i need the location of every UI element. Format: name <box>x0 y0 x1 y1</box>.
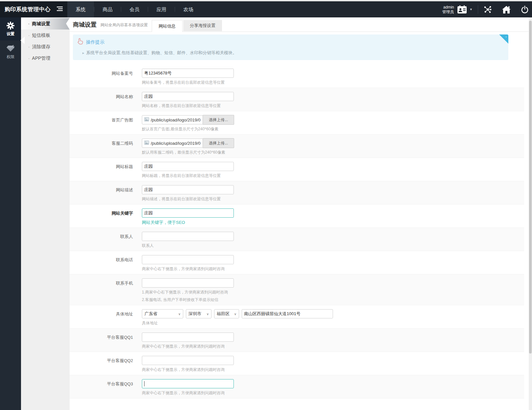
scrollbar-thumb[interactable] <box>529 21 532 354</box>
home-icon[interactable] <box>502 5 511 14</box>
icp-number-input[interactable] <box>142 69 234 78</box>
tip-collapse-minus[interactable]: - <box>505 34 507 39</box>
province-select[interactable]: 广东省∨ <box>142 309 183 318</box>
site-keywords-label: 网站关键字 <box>70 208 133 225</box>
submenu-bullet-icon: · <box>28 56 30 61</box>
app-title: 购印系统管理中心 <box>0 6 51 13</box>
form-row-qq1: 平台客服QQ1商家中心右下侧显示，方便商家遇到问题时咨询 <box>70 329 524 352</box>
submenu-item-label: 短信模板 <box>32 32 50 38</box>
submenu-item-4[interactable]: ·APP管理 <box>21 53 70 64</box>
content-header: 商城设置 网站全局内容基本选项设置 网站信息 分享海报设置 <box>70 17 532 32</box>
hand-pointer-icon <box>77 38 83 46</box>
qq2-help-text: 商家中心右下侧显示，方便商家遇到问题时咨询 <box>142 367 234 373</box>
sidebar-item-settings[interactable]: 设置 <box>0 17 21 40</box>
submenu-item-label: APP管理 <box>32 55 50 61</box>
qq3-input[interactable] <box>142 379 234 388</box>
home-banner-file-path-text: /public/upload/logo/2019/0 <box>151 118 201 122</box>
sidebar-toggle-button[interactable] <box>57 7 63 12</box>
submenu-item-label: 清除缓存 <box>32 44 50 49</box>
site-title-field-area: 网站标题，将显示在前台顶部欢迎信息等位置 <box>142 162 234 179</box>
brand-area: 购印系统管理中心 <box>0 1 67 17</box>
id-badge-icon[interactable] <box>457 5 467 14</box>
site-name-input[interactable] <box>142 92 234 101</box>
settings-form: 网站备案号网站备案号，将显示在前台底部欢迎信息等位置网站名称网站名称，将显示在前… <box>70 65 524 399</box>
user-info: admin 管理员 <box>442 5 454 14</box>
tab-share-poster[interactable]: 分享海报设置 <box>183 20 222 31</box>
nav-item-5[interactable]: 农场 <box>175 1 202 17</box>
site-description-label: 网站描述 <box>70 185 133 202</box>
site-keywords-input[interactable] <box>142 208 234 218</box>
form-row-home-banner: 首页广告图/public/upload/logo/2019/0选择上传...默认… <box>70 111 524 135</box>
page-title: 商城设置 <box>73 21 97 29</box>
contact-mobile-label: 联系手机 <box>70 278 133 303</box>
contact-mobile-input[interactable] <box>142 278 234 288</box>
contact-mobile-input-wrap <box>142 278 234 288</box>
tab-site-info[interactable]: 网站信息 <box>152 20 183 32</box>
icp-number-controls <box>142 69 234 78</box>
home-banner-upload-button[interactable]: 选择上传... <box>203 115 234 125</box>
qq1-input[interactable] <box>142 333 234 342</box>
share-nodes-icon[interactable] <box>483 5 492 14</box>
tip-text-row: ▸系统平台全局设置,包括基础设置、购物、短信、邮件、水印和分销等相关模块。 <box>73 50 508 56</box>
form-row-contact-phone: 联系电话商家中心右下侧显示，方便商家遇到问题时咨询 <box>70 251 524 274</box>
submenu-item-2[interactable]: ·短信模板 <box>21 30 70 41</box>
site-name-help-text: 网站名称，将显示在前台顶部欢迎信息等位置 <box>142 103 234 109</box>
contact-person-field-area: 联系人 <box>142 232 234 248</box>
site-name-controls <box>142 92 234 101</box>
contact-mobile-help-text: 1.商家中心右下侧显示，方便商家遇到问题时咨询 <box>142 290 234 295</box>
form-row-qq3: 平台客服QQ3商家中心右下侧显示，方便商家遇到问题时咨询 <box>70 375 524 399</box>
contact-phone-input-wrap <box>142 255 234 264</box>
form-row-qq2: 平台客服QQ2商家中心右下侧显示，方便商家遇到问题时咨询 <box>70 352 524 375</box>
qq3-input-wrap <box>142 379 234 388</box>
form-row-site-keywords: 网站关键字网站关键字，便于SEO <box>70 205 524 228</box>
sidebar-item-permissions[interactable]: 权限 <box>0 40 21 63</box>
nav-item-1[interactable]: 系统 <box>67 1 94 17</box>
service-qrcode-controls: /public/upload/logo/2019/0选择上传... <box>142 139 234 148</box>
power-icon[interactable] <box>521 6 529 13</box>
icon-sidebar: 设置 权限 <box>0 17 21 410</box>
qq3-help-text: 商家中心右下侧显示，方便商家遇到问题时咨询 <box>142 390 234 396</box>
contact-phone-input[interactable] <box>142 255 234 264</box>
user-role: 管理员 <box>442 10 454 14</box>
tab-bar: 网站信息 分享海报设置 <box>152 20 222 32</box>
qq2-field-area: 商家中心右下侧显示，方便商家遇到问题时咨询 <box>142 356 234 373</box>
site-title-input[interactable] <box>142 162 234 171</box>
submenu-item-1[interactable]: ·商城设置 <box>21 18 70 30</box>
form-row-site-description: 网站描述网站描述，将显示在前台顶部欢迎信息等位置 <box>70 181 524 205</box>
site-title-help-text: 网站标题，将显示在前台顶部欢迎信息等位置 <box>142 173 234 179</box>
submenu-item-3[interactable]: ·清除缓存 <box>21 41 70 53</box>
form-row-contact-person: 联系人联系人 <box>70 228 524 251</box>
tip-collapse-corner[interactable] <box>499 34 508 44</box>
site-name-field-area: 网站名称，将显示在前台顶部欢迎信息等位置 <box>142 92 234 109</box>
site-description-input[interactable] <box>142 185 234 194</box>
address-field-area: 广东省∨深圳市∨福田区∨具体地址 <box>142 309 333 326</box>
text-cursor <box>144 381 144 386</box>
service-qrcode-upload-button[interactable]: 选择上传... <box>203 138 234 148</box>
city-select[interactable]: 深圳市∨ <box>186 309 211 318</box>
qq2-input[interactable] <box>142 356 234 365</box>
icp-number-help-text: 网站备案号，将显示在前台底部欢迎信息等位置 <box>142 80 234 85</box>
qq1-input-wrap <box>142 333 234 342</box>
gear-icon <box>0 21 21 30</box>
contact-person-input[interactable] <box>142 232 234 241</box>
nav-item-3[interactable]: 会员 <box>121 1 148 17</box>
nav-item-4[interactable]: 应用 <box>148 1 175 17</box>
address-label: 具体地址 <box>70 309 133 326</box>
contact-mobile-help-text: 2.客服电话, 当用户下单时接收下单提示短信 <box>142 297 234 303</box>
district-select[interactable]: 福田区∨ <box>214 309 239 318</box>
nav-item-2[interactable]: 商品 <box>94 1 121 17</box>
page-subtitle: 网站全局内容基本选项设置 <box>100 22 148 28</box>
main-content: 商城设置 网站全局内容基本选项设置 网站信息 分享海报设置 操作提示 ▸系统平台… <box>70 17 532 410</box>
address-input[interactable] <box>242 309 333 318</box>
home-banner-file-path: /public/upload/logo/2019/0 <box>142 117 203 122</box>
submenu-item-label: 商城设置 <box>32 21 50 26</box>
address-help-text: 具体地址 <box>142 320 333 326</box>
city-select-value: 深圳市 <box>188 311 201 317</box>
vertical-scrollbar[interactable] <box>529 17 532 410</box>
caret-down-icon[interactable]: ▾ <box>470 7 472 11</box>
submenu-bullet-icon: · <box>28 33 30 38</box>
gem-icon <box>0 44 21 53</box>
image-icon <box>144 117 151 122</box>
tip-title: 操作提示 <box>86 39 104 45</box>
icp-number-input-wrap <box>142 69 234 78</box>
